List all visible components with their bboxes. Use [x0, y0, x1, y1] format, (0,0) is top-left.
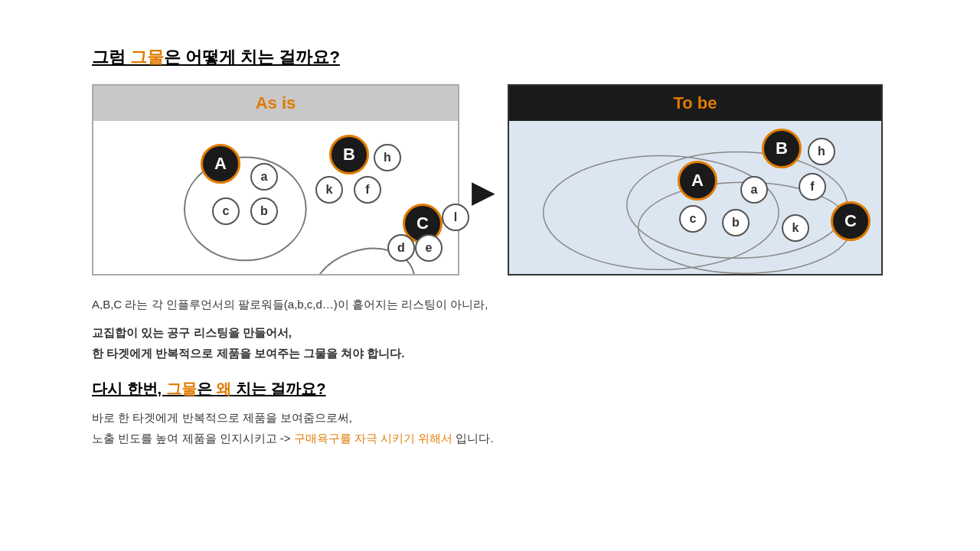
node-A-tobe: A	[678, 161, 717, 201]
to-be-content: B h A f a c b k C	[509, 121, 881, 274]
node-f-tobe: f	[799, 173, 826, 201]
as-is-box: As is A a c b	[92, 84, 459, 276]
node-a-tobe: a	[740, 176, 768, 204]
node-a: a	[250, 163, 278, 191]
description2: 교집합이 있는 공구 리스팅을 만들어서, 한 타겟에게 반복적으로 제품을 보…	[92, 322, 888, 364]
to-be-header: To be	[509, 86, 881, 121]
node-c: c	[212, 197, 240, 225]
node-C-tobe: C	[831, 201, 871, 241]
node-e: e	[415, 234, 443, 262]
node-h-tobe: h	[808, 138, 835, 165]
node-l: l	[442, 204, 469, 231]
node-A: A	[201, 144, 240, 184]
node-k-tobe: k	[782, 214, 809, 242]
node-h: h	[374, 144, 401, 171]
diagram-row: As is A a c b	[92, 84, 888, 276]
description3: 바로 한 타겟에게 반복적으로 제품을 보여줌으로써, 노출 빈도를 높여 제품…	[92, 407, 888, 448]
node-c-tobe: c	[679, 205, 707, 233]
node-f: f	[354, 176, 381, 204]
as-is-content: A a c b B h k f C l	[93, 121, 458, 274]
node-k: k	[315, 176, 343, 204]
description1: A,B,C 라는 각 인플루언서의 팔로워들(a,b,c,d…)이 흩어지는 리…	[92, 294, 888, 315]
node-d: d	[387, 234, 415, 262]
node-B-tobe: B	[762, 129, 802, 168]
node-b: b	[250, 197, 278, 225]
node-b-tobe: b	[722, 209, 750, 236]
arrow-right: ▶	[472, 151, 495, 209]
page-title: 그럼 그물은 어떻게 치는 걸까요?	[92, 46, 888, 69]
as-is-header: As is	[93, 86, 458, 121]
subtitle: 다시 한번, 그물은 왜 치는 걸까요?	[92, 379, 888, 399]
svg-point-4	[627, 152, 848, 258]
node-B: B	[329, 135, 369, 174]
to-be-box: To be B h A f	[508, 84, 883, 276]
